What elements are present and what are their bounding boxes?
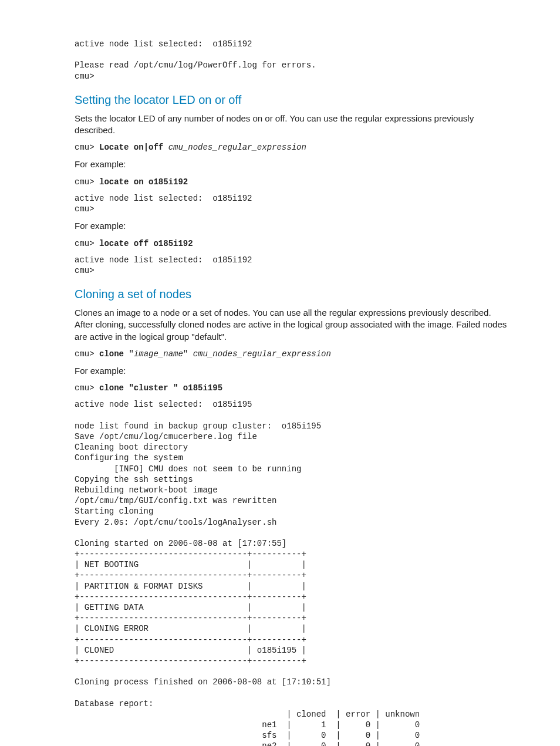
code-intro: active node list selected: o185i192 Plea… bbox=[75, 39, 508, 82]
syntax-locate: cmu> Locate on|off cmu_nodes_regular_exp… bbox=[75, 142, 508, 153]
example-locate-off: cmu> locate off o185i192 bbox=[75, 238, 508, 249]
heading-locator: Setting the locator LED on or off bbox=[75, 92, 508, 108]
example-locate-on: cmu> locate on o185i192 bbox=[75, 177, 508, 187]
label-for-example-2: For example: bbox=[75, 220, 508, 232]
para-locator-desc: Sets the locator LED of any number of no… bbox=[75, 113, 508, 137]
syntax-clone: cmu> clone "image_name" cmu_nodes_regula… bbox=[75, 349, 508, 359]
output-clone: active node list selected: o185i195 node… bbox=[75, 399, 508, 746]
para-cloning-desc: Clones an image to a node or a set of no… bbox=[75, 307, 508, 343]
output-locate-on: active node list selected: o185i192 cmu> bbox=[75, 193, 508, 214]
label-for-example-1: For example: bbox=[75, 158, 508, 170]
output-locate-off: active node list selected: o185i192 cmu> bbox=[75, 255, 508, 276]
label-for-example-3: For example: bbox=[75, 365, 508, 377]
heading-cloning: Cloning a set of nodes bbox=[75, 286, 508, 302]
example-clone: cmu> clone "cluster " o185i195 bbox=[75, 383, 508, 393]
